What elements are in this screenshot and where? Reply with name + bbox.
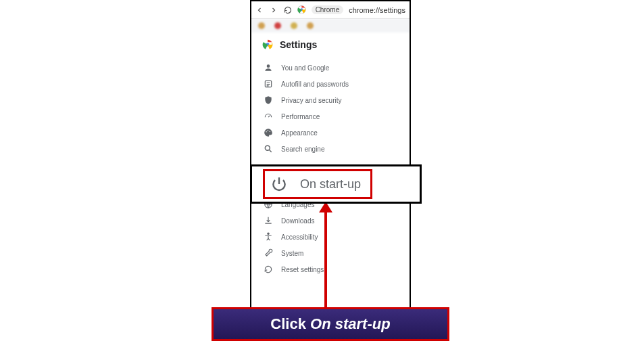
- arrow-line: [324, 210, 327, 309]
- sidebar-item-label: System: [281, 250, 303, 257]
- sidebar-item-label: Privacy and security: [281, 97, 341, 104]
- search-icon: [264, 144, 273, 154]
- svg-point-11: [268, 233, 269, 234]
- bookmarks-bar: [251, 19, 410, 32]
- caption-emphasis: On start-up: [310, 315, 391, 332]
- sidebar-item-reset[interactable]: Reset settings: [262, 261, 404, 277]
- instruction-caption: Click On start-up: [212, 307, 449, 341]
- autofill-icon: [264, 79, 273, 89]
- wrench-icon: [264, 248, 273, 258]
- back-icon[interactable]: [255, 5, 264, 15]
- reset-icon: [264, 265, 273, 274]
- settings-title: Settings: [280, 39, 317, 50]
- sidebar-item-appearance[interactable]: Appearance: [262, 125, 404, 141]
- svg-point-4: [267, 64, 270, 68]
- url-chip: Chrome: [312, 5, 344, 14]
- bookmark-item[interactable]: [258, 22, 265, 29]
- sidebar-item-label: Search engine: [281, 145, 325, 153]
- settings-header: Settings: [262, 39, 404, 50]
- chrome-logo-icon: [262, 39, 273, 50]
- bookmark-item[interactable]: [274, 22, 281, 29]
- accessibility-icon: [264, 232, 273, 242]
- sidebar-item-autofill[interactable]: Autofill and passwords: [262, 76, 404, 92]
- download-icon: [264, 216, 273, 225]
- reload-icon[interactable]: [283, 5, 292, 15]
- sidebar-item-label: Performance: [281, 113, 320, 120]
- sidebar-item-label: Reset settings: [281, 266, 324, 273]
- sidebar-item-label: Accessibility: [281, 233, 318, 241]
- svg-point-6: [266, 131, 267, 133]
- sidebar-item-label: Autofill and passwords: [281, 81, 349, 88]
- sidebar-item-search-engine[interactable]: Search engine: [262, 141, 404, 157]
- sidebar-item-privacy[interactable]: Privacy and security: [262, 92, 404, 108]
- sidebar-item-downloads[interactable]: Downloads: [262, 212, 404, 229]
- highlight-label: On start-up: [300, 177, 361, 192]
- forward-icon[interactable]: [270, 5, 278, 15]
- sidebar-item-system[interactable]: System: [262, 245, 404, 261]
- sidebar-item-you-and-google[interactable]: You and Google: [262, 60, 404, 76]
- svg-point-8: [270, 131, 271, 132]
- highlight-on-startup: On start-up: [250, 164, 422, 204]
- sidebar-item-label: Appearance: [281, 129, 318, 137]
- speedometer-icon: [264, 112, 273, 121]
- bookmark-item[interactable]: [291, 22, 297, 29]
- person-icon: [264, 63, 273, 72]
- sidebar-item-label: Downloads: [281, 217, 314, 225]
- sidebar-item-on-startup[interactable]: On start-up: [263, 169, 372, 199]
- svg-point-7: [268, 130, 269, 131]
- palette-icon: [264, 128, 273, 137]
- bookmark-item[interactable]: [307, 22, 314, 29]
- sidebar-item-label: You and Google: [281, 64, 329, 72]
- sidebar-item-accessibility[interactable]: Accessibility: [262, 229, 404, 245]
- caption-prefix: Click: [270, 315, 310, 332]
- browser-toolbar: Chrome chrome://settings: [251, 1, 410, 19]
- sidebar-item-performance[interactable]: Performance: [262, 108, 404, 125]
- svg-point-9: [265, 145, 270, 150]
- power-icon: [270, 175, 288, 193]
- settings-sidebar: Settings You and Google Autofill and pas…: [251, 32, 410, 277]
- chrome-favicon-icon: [297, 5, 306, 15]
- annotation-arrow: [322, 202, 330, 309]
- url-text: chrome://settings: [349, 6, 405, 14]
- caption-text: Click On start-up: [270, 315, 390, 333]
- shield-icon: [264, 95, 273, 105]
